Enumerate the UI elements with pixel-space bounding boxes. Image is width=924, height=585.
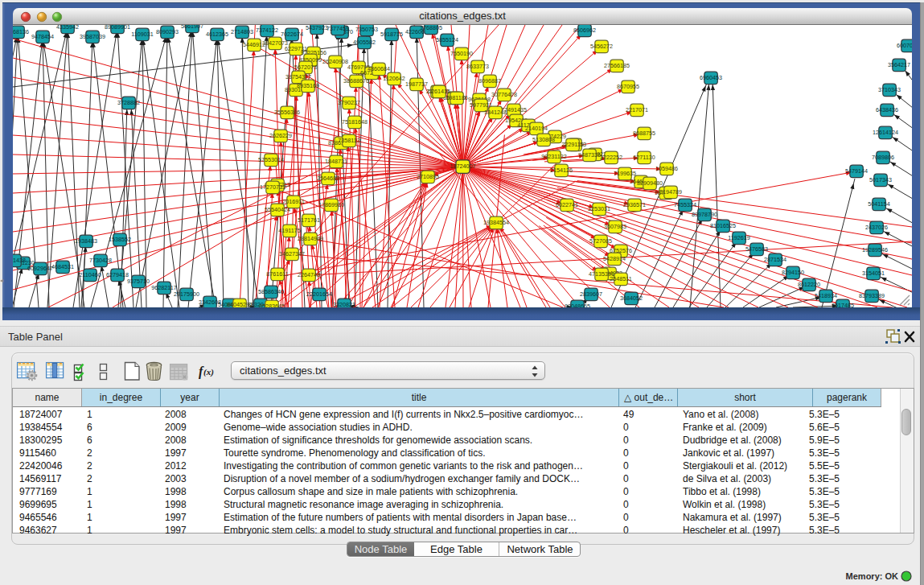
svg-text:8612220: 8612220 <box>798 281 820 288</box>
svg-text:8761611: 8761611 <box>266 270 288 278</box>
svg-text:8096887: 8096887 <box>478 77 501 84</box>
svg-text:1848731: 1848731 <box>325 158 347 165</box>
svg-text:5476583: 5476583 <box>745 245 768 253</box>
svg-text:5727085: 5727085 <box>589 237 612 245</box>
svg-text:7377459: 7377459 <box>326 25 349 32</box>
svg-text:98231132: 98231132 <box>541 153 566 160</box>
svg-text:3607983: 3607983 <box>604 223 626 230</box>
svg-text:5130808: 5130808 <box>532 136 555 143</box>
svg-text:2154126: 2154126 <box>550 167 573 174</box>
svg-text:8670955: 8670955 <box>617 83 639 90</box>
svg-text:3728882: 3728882 <box>117 99 140 106</box>
svg-text:4191175: 4191175 <box>278 227 300 234</box>
svg-text:3320821: 3320821 <box>333 301 355 307</box>
svg-text:60929647: 60929647 <box>27 265 53 272</box>
svg-text:34627347: 34627347 <box>279 250 305 257</box>
svg-text:84045292: 84045292 <box>227 301 253 307</box>
svg-text:5672073: 5672073 <box>294 64 317 71</box>
svg-text:39587039: 39587039 <box>80 33 105 40</box>
svg-text:5041154: 5041154 <box>868 200 889 208</box>
svg-text:4905582: 4905582 <box>353 39 376 46</box>
svg-text:83793389: 83793389 <box>859 292 885 299</box>
svg-text:6438436: 6438436 <box>876 106 898 113</box>
svg-text:3710343: 3710343 <box>878 86 901 93</box>
svg-text:2564689: 2564689 <box>317 175 339 182</box>
svg-text:8606962: 8606962 <box>573 27 596 34</box>
svg-text:4684531: 4684531 <box>51 263 74 270</box>
svg-text:5437923: 5437923 <box>306 25 328 31</box>
svg-text:2437026: 2437026 <box>865 224 888 231</box>
svg-text:7730428: 7730428 <box>89 257 112 264</box>
svg-text:19289546: 19289546 <box>862 246 888 253</box>
svg-text:5017343: 5017343 <box>869 176 892 183</box>
svg-text:1768805: 1768805 <box>420 25 442 31</box>
svg-text:8090293: 8090293 <box>156 28 179 35</box>
svg-text:19384554: 19384554 <box>483 219 509 226</box>
svg-text:29175900: 29175900 <box>174 290 199 298</box>
svg-text:6022741: 6022741 <box>556 201 578 208</box>
svg-text:82909480: 82909480 <box>637 179 663 187</box>
svg-text:7358113: 7358113 <box>338 137 359 144</box>
svg-text:2110460: 2110460 <box>79 271 101 278</box>
svg-text:9478454: 9478454 <box>31 33 54 40</box>
svg-text:5855124: 5855124 <box>436 36 458 43</box>
svg-text:1109031: 1109031 <box>131 31 153 38</box>
svg-text:8935169: 8935169 <box>297 82 319 89</box>
svg-text:81016525: 81016525 <box>710 222 736 229</box>
svg-text:1987737: 1987737 <box>405 80 428 88</box>
svg-text:2839607: 2839607 <box>580 290 602 298</box>
svg-text:3194789: 3194789 <box>659 188 682 196</box>
svg-text:7022674: 7022674 <box>281 31 303 38</box>
svg-text:77491435: 77491435 <box>501 106 527 113</box>
svg-text:1938483: 1938483 <box>75 237 97 245</box>
svg-text:7350753: 7350753 <box>355 26 378 33</box>
svg-text:2714803: 2714803 <box>231 28 253 35</box>
svg-text:7199635: 7199635 <box>614 170 636 177</box>
svg-text:8688755: 8688755 <box>633 130 655 137</box>
svg-text:4335942: 4335942 <box>56 25 79 31</box>
svg-text:18724007: 18724007 <box>450 163 476 170</box>
svg-text:2217071: 2217071 <box>626 106 648 113</box>
svg-text:3154051: 3154051 <box>862 270 885 277</box>
svg-text:30776478: 30776478 <box>491 91 517 98</box>
svg-text:1120642: 1120642 <box>383 75 405 82</box>
svg-text:4668136: 4668136 <box>13 28 29 35</box>
svg-text:2016911: 2016911 <box>282 198 304 205</box>
svg-text:3741438: 3741438 <box>13 257 26 264</box>
svg-text:3222252: 3222252 <box>600 154 622 161</box>
svg-text:17869910: 17869910 <box>318 201 344 208</box>
svg-text:6279418: 6279418 <box>106 271 129 278</box>
svg-text:2140194: 2140194 <box>525 125 548 132</box>
svg-text:58586340: 58586340 <box>258 288 284 295</box>
svg-text:9375710: 9375710 <box>127 278 150 285</box>
svg-text:3710895: 3710895 <box>417 173 439 180</box>
svg-text:5171761: 5171761 <box>298 216 320 224</box>
svg-text:89089901: 89089901 <box>105 25 130 31</box>
svg-text:6261415: 6261415 <box>428 88 450 95</box>
svg-text:22201654: 22201654 <box>306 290 332 298</box>
svg-text:38688676: 38688676 <box>343 77 369 84</box>
svg-text:5918715: 5918715 <box>380 31 403 38</box>
svg-text:57553014: 57553014 <box>258 156 284 163</box>
svg-text:5428914: 5428914 <box>603 255 626 262</box>
svg-text:7550190: 7550190 <box>450 50 473 57</box>
svg-text:1981186: 1981186 <box>446 94 467 101</box>
svg-text:85283645: 85283645 <box>259 303 285 307</box>
svg-text:35556386: 35556386 <box>274 109 300 116</box>
svg-text:75181648: 75181648 <box>342 118 368 126</box>
svg-text:89978790: 89978790 <box>692 211 717 218</box>
svg-text:2264748: 2264748 <box>298 271 320 278</box>
svg-text:2229110: 2229110 <box>561 141 583 148</box>
svg-text:1192619: 1192619 <box>728 234 749 241</box>
svg-text:5479144: 5479144 <box>845 167 868 175</box>
svg-text:26240908: 26240908 <box>322 58 348 65</box>
svg-text:7089806: 7089806 <box>872 154 894 161</box>
svg-text:90048665: 90048665 <box>565 303 590 307</box>
svg-text:2936571: 2936571 <box>623 201 646 208</box>
svg-text:5456272: 5456272 <box>590 43 613 50</box>
svg-text:(x): (x) <box>203 367 214 377</box>
svg-text:7374122: 7374122 <box>256 27 278 34</box>
svg-text:8294150: 8294150 <box>782 269 804 276</box>
svg-text:55540424: 55540424 <box>265 206 290 213</box>
svg-text:9517485: 9517485 <box>832 302 854 307</box>
